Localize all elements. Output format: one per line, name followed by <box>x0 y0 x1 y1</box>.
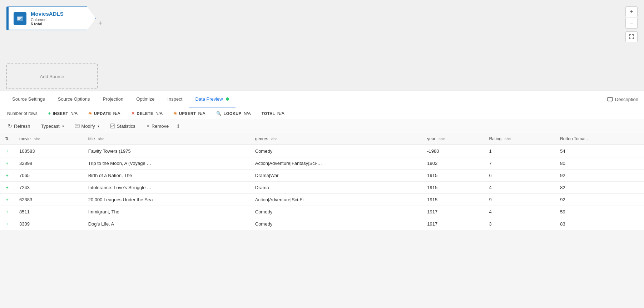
total-stat: TOTAL N/A <box>262 111 284 116</box>
row-add-button[interactable]: + <box>0 170 14 182</box>
cell-year: 1917 <box>422 206 484 218</box>
table-row: +32898Trip to the Moon, A (Voyage …Actio… <box>0 157 644 170</box>
svg-rect-1 <box>608 97 613 101</box>
row-add-button[interactable]: + <box>0 218 14 230</box>
cell-movie: 3309 <box>14 218 83 230</box>
statistics-button[interactable]: Statistics <box>108 122 138 130</box>
description-label: Description <box>615 97 638 102</box>
cell-rating: 9 <box>484 194 555 206</box>
cell-title: Fawlty Towers (1975 <box>83 145 250 157</box>
data-preview-dot <box>226 97 229 101</box>
remove-button[interactable]: ✕ Remove <box>144 122 171 130</box>
delete-stat: ✕ DELETE N/A <box>131 111 163 116</box>
row-add-button[interactable]: + <box>0 157 14 170</box>
tab-source-settings[interactable]: Source Settings <box>6 91 51 107</box>
row-add-button[interactable]: + <box>0 206 14 218</box>
cell-movie: 7065 <box>14 170 83 182</box>
typecast-button[interactable]: Typecast ▾ <box>39 122 66 130</box>
cell-genres: Action|Adventure|Fantasy|Sci-… <box>250 157 422 170</box>
lookup-stat: 🔍 LOOKUP N/A <box>216 111 251 116</box>
tab-data-preview[interactable]: Data Preview <box>189 91 236 107</box>
delete-label: DELETE <box>137 111 153 116</box>
cell-year: 1917 <box>422 218 484 230</box>
refresh-button[interactable]: ↻ Refresh <box>6 122 33 130</box>
cell-movie: 62383 <box>14 194 83 206</box>
lookup-icon: 🔍 <box>216 111 222 116</box>
col-header-genres[interactable]: genres abc <box>250 133 422 145</box>
zoom-out-button[interactable]: − <box>625 18 638 29</box>
update-label: UPDATE <box>94 111 111 116</box>
typecast-label: Typecast <box>41 123 60 129</box>
cell-year: 1902 <box>422 157 484 170</box>
remove-icon: ✕ <box>146 123 150 128</box>
cell-rating: 7 <box>484 157 555 170</box>
node-icon <box>14 12 26 25</box>
cell-genres: Comedy <box>250 218 422 230</box>
lookup-value: N/A <box>244 111 251 116</box>
row-add-button[interactable]: + <box>0 145 14 157</box>
tab-inspect[interactable]: Inspect <box>161 91 189 107</box>
cell-genres: Drama|War <box>250 170 422 182</box>
insert-icon: + <box>48 111 51 116</box>
add-source-box[interactable]: Add Source <box>6 64 98 89</box>
modify-label: Modify <box>81 123 95 129</box>
col-header-title[interactable]: title abc <box>83 133 250 145</box>
update-icon: ✳ <box>88 111 92 116</box>
modify-button[interactable]: Modify ▾ <box>73 122 101 130</box>
zoom-in-button[interactable]: + <box>625 6 638 17</box>
typecast-chevron: ▾ <box>62 124 64 128</box>
node-add-button[interactable]: + <box>98 20 102 27</box>
cell-rottontomatoes: 80 <box>555 157 644 170</box>
info-button[interactable]: ℹ <box>177 123 179 129</box>
col-header-movie[interactable]: movie abc <box>14 133 83 145</box>
sort-icon: ⇅ <box>5 136 9 141</box>
table-row: +7243Intolerance: Love's Struggle …Drama… <box>0 182 644 194</box>
table-row: +3309Dog's Life, AComedy1917383 <box>0 218 644 230</box>
total-label: TOTAL <box>262 111 275 116</box>
col-header-sort[interactable]: ⇅ <box>0 133 14 145</box>
tab-projection[interactable]: Projection <box>96 91 130 107</box>
cell-title: Intolerance: Love's Struggle … <box>83 182 250 194</box>
stats-bar: Number of rows + INSERT N/A ✳ UPDATE N/A… <box>0 108 644 119</box>
cell-title: 20,000 Leagues Under the Sea <box>83 194 250 206</box>
cell-year: 1915 <box>422 194 484 206</box>
total-value: N/A <box>277 111 284 116</box>
upsert-stat: ✳ UPSERT N/A <box>173 111 205 116</box>
cell-title: Immigrant, The <box>83 206 250 218</box>
insert-label: INSERT <box>53 111 68 116</box>
row-add-button[interactable]: + <box>0 182 14 194</box>
cell-rating: 4 <box>484 182 555 194</box>
table-row: +8511Immigrant, TheComedy1917459 <box>0 206 644 218</box>
col-header-year[interactable]: year abc <box>422 133 484 145</box>
remove-label: Remove <box>152 123 169 129</box>
row-add-button[interactable]: + <box>0 194 14 206</box>
zoom-fit-button[interactable] <box>625 31 638 42</box>
cell-rottontomatoes: 59 <box>555 206 644 218</box>
tab-source-options[interactable]: Source Options <box>51 91 96 107</box>
cell-title: Trip to the Moon, A (Voyage … <box>83 157 250 170</box>
cell-genres: Drama <box>250 182 422 194</box>
cell-movie: 7243 <box>14 182 83 194</box>
cell-rottontomatoes: 92 <box>555 194 644 206</box>
col-header-rotton[interactable]: Rotton Tomat… <box>555 133 644 145</box>
table-row: +108583Fawlty Towers (1975Comedy-1980154 <box>0 145 644 157</box>
cell-rating: 6 <box>484 170 555 182</box>
row-count-label: Number of rows <box>7 111 38 116</box>
upsert-label: UPSERT <box>179 111 196 116</box>
cell-movie: 8511 <box>14 206 83 218</box>
cell-title: Dog's Life, A <box>83 218 250 230</box>
description-button[interactable]: Description <box>607 97 638 102</box>
cell-year: -1980 <box>422 145 484 157</box>
modify-icon <box>75 123 80 128</box>
refresh-label: Refresh <box>14 123 30 129</box>
zoom-controls: + − <box>625 6 638 42</box>
toolbar: ↻ Refresh Typecast ▾ Modify ▾ Statistics… <box>0 119 644 133</box>
cell-rottontomatoes: 82 <box>555 182 644 194</box>
upsert-icon: ✳ <box>173 111 177 116</box>
tab-optimize[interactable]: Optimize <box>130 91 161 107</box>
col-header-rating[interactable]: Rating abc <box>484 133 555 145</box>
movies-adls-node[interactable]: MoviesADLS Columns: 6 total <box>6 6 96 30</box>
table-body: +108583Fawlty Towers (1975Comedy-1980154… <box>0 145 644 230</box>
node-title: MoviesADLS <box>31 11 90 17</box>
table-header-row: ⇅ movie abc title abc genres abc <box>0 133 644 145</box>
